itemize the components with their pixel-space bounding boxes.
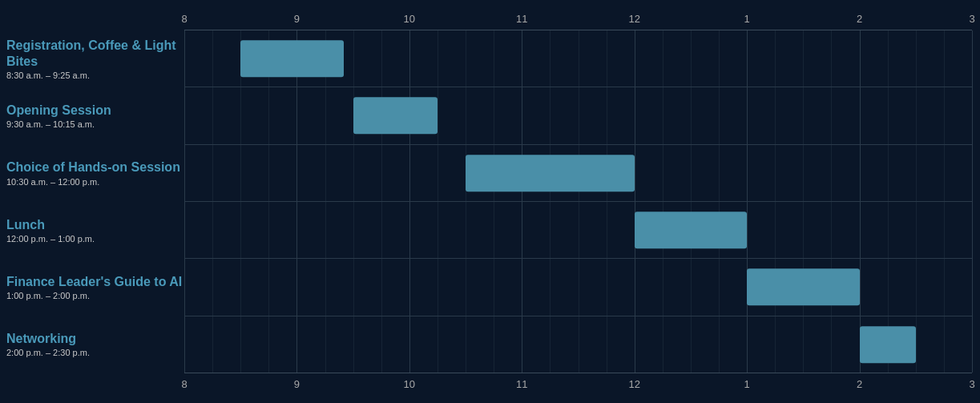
time-label-12: 12 — [628, 378, 639, 390]
label-title-finance: Finance Leader's Guide to AI — [6, 274, 184, 289]
bar-networking — [860, 326, 916, 363]
grid-row-lunch — [184, 202, 972, 259]
labels-column: Registration, Coffee & Light Bites8:30 a… — [0, 8, 184, 395]
time-label-11: 11 — [516, 13, 527, 25]
bar-opening — [353, 98, 438, 135]
grid-row-finance — [184, 259, 972, 316]
time-axis-top: 89101112123 — [184, 8, 972, 30]
label-time-lunch: 12:00 p.m. – 1:00 p.m. — [6, 234, 184, 244]
time-label-10: 10 — [404, 378, 415, 390]
time-axis-bottom: 89101112123 — [184, 373, 972, 395]
grid-area: 89101112123 89101112123 — [184, 8, 972, 395]
label-title-hands-on: Choice of Hands-on Session — [6, 159, 184, 175]
grid-row-opening — [184, 87, 972, 144]
time-label-1: 1 — [744, 13, 750, 25]
bar-finance — [747, 269, 859, 306]
rows-area — [184, 30, 972, 373]
label-lunch: Lunch12:00 p.m. – 1:00 p.m. — [6, 202, 184, 259]
label-time-hands-on: 10:30 a.m. – 12:00 p.m. — [6, 177, 184, 187]
time-label-3: 3 — [969, 13, 974, 25]
label-registration: Registration, Coffee & Light Bites8:30 a… — [6, 30, 184, 87]
grid-row-networking — [184, 316, 972, 373]
time-label-8: 8 — [181, 378, 187, 390]
time-label-9: 9 — [294, 13, 300, 25]
label-time-opening: 9:30 a.m. – 10:15 a.m. — [6, 119, 184, 129]
bar-registration — [240, 40, 344, 77]
time-label-10: 10 — [404, 13, 415, 25]
bar-hands-on — [466, 155, 635, 191]
vert-line-15 — [972, 30, 973, 373]
label-title-opening: Opening Session — [6, 103, 184, 118]
label-finance: Finance Leader's Guide to AI1:00 p.m. – … — [6, 259, 184, 316]
label-networking: Networking2:00 p.m. – 2:30 p.m. — [6, 316, 184, 373]
label-hands-on: Choice of Hands-on Session10:30 a.m. – 1… — [6, 144, 184, 201]
label-title-networking: Networking — [6, 331, 184, 346]
chart-container: Registration, Coffee & Light Bites8:30 a… — [0, 0, 980, 403]
time-label-9: 9 — [294, 378, 300, 390]
time-label-1: 1 — [744, 378, 750, 390]
grid-row-hands-on — [184, 145, 972, 202]
bar-lunch — [635, 212, 747, 248]
label-title-registration: Registration, Coffee & Light Bites — [6, 38, 184, 68]
time-label-2: 2 — [857, 378, 862, 390]
time-label-8: 8 — [181, 13, 187, 25]
label-time-networking: 2:00 p.m. – 2:30 p.m. — [6, 348, 184, 357]
time-label-2: 2 — [857, 13, 862, 25]
label-opening: Opening Session9:30 a.m. – 10:15 a.m. — [6, 87, 184, 144]
time-label-12: 12 — [628, 13, 639, 25]
time-label-11: 11 — [516, 378, 527, 390]
time-label-3: 3 — [969, 378, 974, 390]
grid-row-registration — [184, 30, 972, 87]
label-title-lunch: Lunch — [6, 217, 184, 232]
label-time-finance: 1:00 p.m. – 2:00 p.m. — [6, 291, 184, 300]
label-time-registration: 8:30 a.m. – 9:25 a.m. — [6, 71, 184, 80]
